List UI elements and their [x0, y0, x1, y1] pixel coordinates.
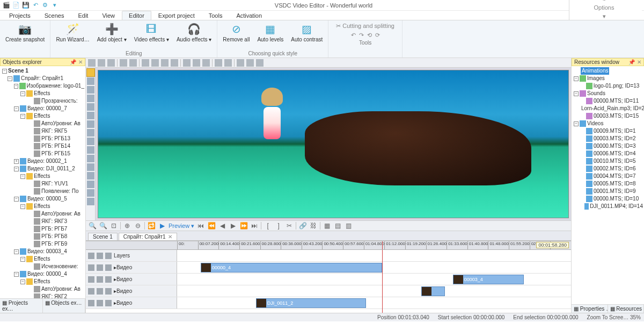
text-tool-icon[interactable] — [87, 129, 94, 137]
animation-tool-icon[interactable] — [87, 181, 94, 188]
qat-new-icon[interactable]: 📄 — [12, 1, 20, 10]
tree-node[interactable]: ЯКГ: ЯКГ2 — [1, 293, 84, 298]
ribbon-button[interactable]: ⊘Remove all — [221, 21, 252, 51]
panel-tab[interactable]: ▦ Resources … — [608, 305, 645, 313]
ribbon-tool-icon[interactable]: ⟳ — [375, 32, 380, 39]
mark-in-icon[interactable]: [ — [264, 221, 272, 230]
track-lock-icon[interactable] — [105, 264, 112, 271]
panel-tab[interactable]: ▦ Projects ex… — [0, 299, 43, 313]
tree-node[interactable]: 00006.MTS; ID=4 — [573, 150, 643, 157]
ribbon-tool-icon[interactable]: ⟲ — [367, 32, 372, 39]
goto-end-icon[interactable]: ⏭ — [250, 221, 259, 230]
tree-node[interactable]: −Effects — [1, 173, 84, 180]
tool-copy-icon[interactable] — [98, 59, 105, 67]
preview-canvas[interactable] — [98, 70, 569, 218]
tool-snap-icon[interactable] — [224, 59, 232, 67]
tree-node[interactable]: РГБ: РГБ15 — [1, 150, 84, 157]
track-body[interactable]: DJI_0011_2 — [177, 297, 571, 309]
tree-node[interactable]: 00003.MTS; ID=2 — [573, 135, 643, 142]
zoom-in-icon[interactable]: 🔍 — [99, 221, 107, 230]
track-body[interactable]: 00000_4 — [177, 262, 571, 273]
timeline-track[interactable]: ▸Видео00000_4 — [86, 262, 571, 274]
tool-align3-icon[interactable] — [161, 59, 169, 67]
rewind-icon[interactable]: ⏪ — [207, 221, 216, 230]
track-visibility-icon[interactable] — [88, 288, 94, 295]
track-mute-icon[interactable] — [97, 276, 103, 283]
play-button[interactable]: ▶ — [158, 221, 166, 230]
track-visibility-icon[interactable] — [88, 264, 94, 271]
tree-node[interactable]: 00001.MTS; ID=9 — [573, 188, 643, 195]
tree-node[interactable]: −Effects — [1, 90, 84, 97]
options-dropdown-icon[interactable]: ▾ — [603, 13, 606, 20]
tool-redo-icon[interactable] — [129, 59, 137, 67]
qat-undo-icon[interactable]: ↶ — [31, 1, 40, 10]
track-header[interactable]: ▸Видео — [86, 297, 177, 309]
playhead[interactable] — [382, 250, 383, 313]
tl-opt2-icon[interactable]: ▤ — [333, 221, 342, 230]
tree-node[interactable]: РГБ: РГБ7 — [1, 225, 84, 233]
tree-node[interactable]: Прозрачность: — [1, 97, 84, 105]
tree-node[interactable]: −Effects — [1, 112, 84, 120]
tree-node[interactable]: АвтоУровни: Ав — [1, 285, 84, 293]
video-tool-icon[interactable] — [87, 155, 94, 162]
tree-node[interactable]: 00000.MTS; ID=10 — [573, 195, 643, 203]
tree-node[interactable]: −Videos — [573, 120, 643, 127]
tree-node[interactable]: Animations — [573, 67, 643, 75]
objects-tree[interactable]: − Scene 1−Спрайт: Спрайт1−Изображение: l… — [0, 66, 85, 298]
zoom-fit-icon[interactable]: ⊡ — [109, 221, 118, 230]
tree-scene[interactable]: − Scene 1 — [1, 67, 84, 75]
qat-save-icon[interactable]: 💾 — [21, 1, 30, 10]
tree-node[interactable]: 00009.MTS; ID=1 — [573, 127, 643, 135]
menu-tab-export-project[interactable]: Export project — [151, 11, 202, 20]
panel-tab[interactable]: ▦ Properties … — [572, 305, 608, 313]
tool-layer3-icon[interactable] — [202, 59, 210, 67]
fast-forward-icon[interactable]: ⏩ — [239, 221, 248, 230]
ribbon-button[interactable]: ➕Add object ▾ — [95, 21, 129, 51]
ribbon-button[interactable]: 🎧Audio effects ▾ — [174, 21, 214, 51]
timeline-clip[interactable]: 00000_4 — [201, 263, 382, 272]
tool-undo-icon[interactable] — [120, 59, 127, 67]
track-body[interactable]: 00003_4 — [177, 274, 571, 285]
line-tool-icon[interactable] — [87, 95, 94, 102]
menu-tab-tools[interactable]: Tools — [202, 11, 230, 20]
resources-tree[interactable]: Animations−Imageslogo-01.png; ID=13−Soun… — [572, 66, 644, 304]
tab-close-icon[interactable]: ✕ — [168, 234, 172, 240]
tool-misc1-icon[interactable] — [237, 59, 244, 67]
tree-node[interactable]: −Sounds — [573, 90, 643, 97]
menu-tab-scenes[interactable]: Scenes — [38, 11, 71, 20]
tree-node[interactable]: +Видео: 00002_1 — [1, 157, 84, 165]
counter-tool-icon[interactable] — [87, 189, 94, 197]
unlink-icon[interactable]: ⛓ — [309, 221, 318, 230]
tool-grid-icon[interactable] — [215, 59, 222, 67]
track-header[interactable]: ▸Видео — [86, 285, 177, 297]
timeline-clip[interactable] — [421, 286, 445, 296]
tool-misc2-icon[interactable] — [246, 59, 254, 67]
tree-node[interactable]: DJI_0011.MP4; ID=14 — [573, 203, 643, 210]
track-header[interactable]: ▸Видео — [86, 262, 177, 273]
timeline-tracks[interactable]: Layers▸Видео00000_4▸Видео00003_4▸Видео▸В… — [86, 250, 571, 313]
tree-node[interactable]: −Effects — [1, 255, 84, 263]
tree-node[interactable]: АвтоУровни: Ав — [1, 120, 84, 127]
rect-tool-icon[interactable] — [87, 77, 94, 85]
ribbon-button[interactable]: 🪄Run Wizard… — [54, 21, 91, 51]
tl-opt3-icon[interactable]: ▥ — [344, 221, 353, 230]
tree-node[interactable]: −Effects — [1, 203, 84, 210]
tree-node[interactable]: 00000.MTS; ID=11 — [573, 97, 643, 105]
shape-tool-icon[interactable] — [87, 120, 94, 128]
tooltip-tool-icon[interactable] — [87, 138, 94, 145]
tree-node[interactable]: 00000.MTS; ID=3 — [573, 142, 643, 150]
tool-layer1-icon[interactable] — [183, 59, 191, 67]
tool-cut-icon[interactable] — [88, 59, 96, 67]
panel-close-icon[interactable]: ✕ — [78, 59, 83, 65]
select-tool-icon[interactable] — [87, 69, 94, 76]
image-tool-icon[interactable] — [87, 163, 94, 171]
tree-node[interactable]: −Видео: 00000_7 — [1, 105, 84, 112]
pin-icon[interactable]: 📌 — [628, 59, 635, 65]
tree-node[interactable]: ЯКГ: ЯКГ3 — [1, 218, 84, 225]
timeline-ruler[interactable]: 00:00:07.20000:14.40000:21.60000:28.8000… — [86, 241, 571, 250]
tree-node[interactable]: 00005.MTS; ID=8 — [573, 180, 643, 188]
tree-node[interactable]: Появление: По — [1, 188, 84, 195]
link-icon[interactable]: 🔗 — [298, 221, 307, 230]
tool-layer2-icon[interactable] — [193, 59, 200, 67]
tree-node[interactable]: −Спрайт: Спрайт1 — [1, 75, 84, 82]
